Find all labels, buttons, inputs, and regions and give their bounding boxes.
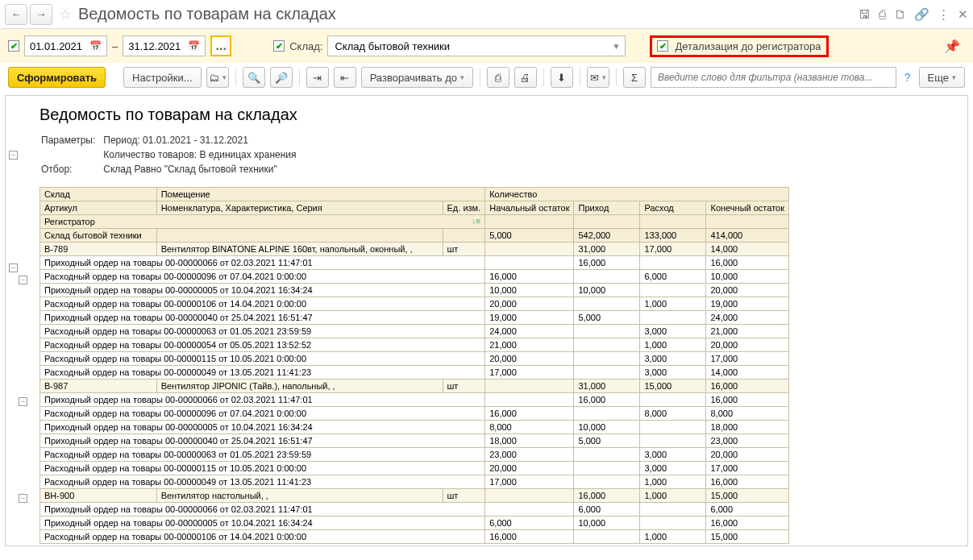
col-room[interactable]: Помещение	[156, 188, 485, 201]
generate-button[interactable]: Сформировать	[8, 67, 106, 88]
send-email-button[interactable]: ✉▾	[587, 67, 609, 88]
pin-icon[interactable]: 📌	[944, 39, 960, 54]
sum-button[interactable]: Σ	[623, 67, 646, 88]
table-row[interactable]: Расходный ордер на товары 00-00000063 от…	[40, 448, 789, 462]
date-to-input[interactable]	[128, 40, 185, 52]
col-out[interactable]: Расход	[640, 201, 706, 215]
date-from-input[interactable]	[30, 40, 86, 52]
variants-button[interactable]: 🗂▾	[206, 67, 229, 88]
table-row[interactable]: Расходный ордер на товары 00-00000054 от…	[40, 338, 789, 352]
detail-label: Детализация до регистратора	[675, 40, 821, 52]
col-in[interactable]: Приход	[574, 201, 640, 215]
date-separator: –	[112, 40, 118, 52]
tree-collapse-button[interactable]: −	[19, 397, 27, 406]
table-row[interactable]: Приходный ордер на товары 00-00000066 от…	[40, 256, 789, 270]
help-icon[interactable]: ?	[901, 71, 914, 84]
table-row[interactable]: Склад бытовой техники5,000542,000133,000…	[40, 229, 789, 243]
table-row[interactable]: Приходный ордер на товары 00-00000005 от…	[40, 284, 789, 297]
table-row[interactable]: В-987Вентилятор JIPONIC (Тайв.), напольн…	[40, 380, 789, 393]
col-reg[interactable]: Регистратор↓≡	[40, 215, 485, 229]
table-row[interactable]: Расходный ордер на товары 00-00000063 от…	[40, 325, 789, 338]
col-article[interactable]: Артикул	[40, 201, 157, 215]
table-row[interactable]: Расходный ордер на товары 00-00000115 от…	[40, 462, 789, 475]
sort-asc-icon: ↓≡	[472, 217, 480, 226]
header-actions: 🖫 ⎙ 🗋 🔗 ⋮ ✕	[859, 7, 968, 22]
detail-checkbox[interactable]: ✔	[657, 40, 668, 52]
chevron-down-icon: ▼	[613, 42, 621, 51]
col-unit[interactable]: Ед. изм.	[443, 201, 485, 215]
tree-collapse-button[interactable]: −	[9, 263, 18, 272]
forward-button[interactable]: →	[30, 4, 52, 25]
favorite-icon[interactable]: ☆	[59, 6, 72, 23]
table-row[interactable]: Расходный ордер на товары 00-00000106 от…	[40, 297, 789, 311]
table-row[interactable]: Приходный ордер на товары 00-00000040 от…	[40, 311, 789, 325]
col-warehouse[interactable]: Склад	[40, 188, 157, 201]
menu-icon[interactable]: ⋮	[938, 7, 950, 22]
filter-input[interactable]	[651, 67, 896, 88]
filter-bar: ✔ 📅 – 📅 ... ✔ Склад: Склад бытовой техни…	[0, 29, 973, 63]
find-next-button[interactable]: 🔎	[270, 67, 293, 88]
date-to-field[interactable]: 📅	[123, 35, 206, 56]
more-button[interactable]: Еще▾	[919, 67, 965, 88]
back-button[interactable]: ←	[5, 4, 27, 25]
table-row[interactable]: Расходный ордер на товары 00-00000096 от…	[40, 407, 789, 421]
detail-option-highlight: ✔ Детализация до регистратора	[650, 35, 828, 57]
warehouse-checkbox[interactable]: ✔	[273, 40, 285, 52]
period-checkbox[interactable]: ✔	[8, 40, 19, 52]
page-title: Ведомость по товарам на складах	[78, 5, 336, 23]
link-icon[interactable]: 🔗	[914, 7, 929, 22]
table-row[interactable]: Расходный ордер на товары 00-00000049 от…	[40, 475, 789, 489]
print-params-button[interactable]: 🖨	[514, 67, 537, 88]
table-row[interactable]: Приходный ордер на товары 00-00000005 от…	[40, 516, 789, 530]
col-start[interactable]: Начальный остаток	[485, 201, 574, 215]
col-end[interactable]: Конечный остаток	[706, 201, 789, 215]
report-table: Склад Помещение Количество Артикул Номен…	[40, 187, 789, 544]
collapse-button[interactable]: ⇥	[306, 67, 329, 88]
preview-icon[interactable]: 🗋	[894, 7, 906, 21]
settings-button[interactable]: Настройки...	[123, 67, 202, 88]
report-params: Параметры:Период: 01.01.2021 - 31.12.202…	[40, 132, 305, 177]
table-row[interactable]: Приходный ордер на товары 00-00000040 от…	[40, 434, 789, 448]
expand-tree-button[interactable]: ⇤	[334, 67, 356, 88]
save-icon[interactable]: 🖫	[859, 7, 871, 21]
table-row[interactable]: Расходный ордер на товары 00-00000106 от…	[40, 530, 789, 544]
table-row[interactable]: Расходный ордер на товары 00-00000049 от…	[40, 366, 789, 380]
find-button[interactable]: 🔍	[243, 67, 265, 88]
warehouse-value: Склад бытовой техники	[335, 40, 450, 52]
calendar-icon[interactable]: 📅	[188, 40, 200, 52]
tree-collapse-button[interactable]: −	[19, 494, 27, 503]
period-picker-button[interactable]: ...	[210, 35, 231, 56]
report-area[interactable]: − − − − − Ведомость по товарам на склада…	[5, 95, 968, 546]
print-icon[interactable]: ⎙	[879, 7, 886, 21]
tree-collapse-button[interactable]: −	[9, 151, 18, 160]
toolbar: Сформировать Настройки... 🗂▾ 🔍 🔎 ⇥ ⇤ Раз…	[0, 63, 973, 92]
close-icon[interactable]: ✕	[958, 7, 968, 22]
table-row[interactable]: Приходный ордер на товары 00-00000005 от…	[40, 421, 789, 434]
date-from-field[interactable]: 📅	[24, 35, 107, 56]
table-row[interactable]: В-789Вентилятор BINATONE ALPINE 160вт, н…	[40, 243, 789, 256]
col-nomen[interactable]: Номенклатура, Характеристика, Серия	[156, 201, 443, 215]
expand-to-button[interactable]: Разворачивать до▾	[361, 67, 473, 88]
calendar-icon[interactable]: 📅	[89, 40, 102, 52]
report-title: Ведомость по товарам на складах	[40, 106, 958, 124]
table-row[interactable]: ВН-900Вентилятор настольный, ,шт16,0001,…	[40, 489, 789, 503]
tree-collapse-button[interactable]: −	[19, 276, 27, 284]
table-row[interactable]: Расходный ордер на товары 00-00000115 от…	[40, 352, 789, 366]
table-row[interactable]: Приходный ордер на товары 00-00000066 от…	[40, 503, 789, 516]
print-button[interactable]: ⎙	[487, 67, 509, 88]
header-bar: ← → ☆ Ведомость по товарам на складах 🖫 …	[0, 0, 973, 29]
table-row[interactable]: Приходный ордер на товары 00-00000066 от…	[40, 393, 789, 407]
warehouse-label: Склад:	[289, 40, 322, 52]
save-file-button[interactable]: ⬇	[551, 67, 573, 88]
table-row[interactable]: Расходный ордер на товары 00-00000096 от…	[40, 270, 789, 284]
warehouse-select[interactable]: Склад бытовой техники▼	[327, 35, 626, 56]
col-qty[interactable]: Количество	[485, 188, 789, 201]
